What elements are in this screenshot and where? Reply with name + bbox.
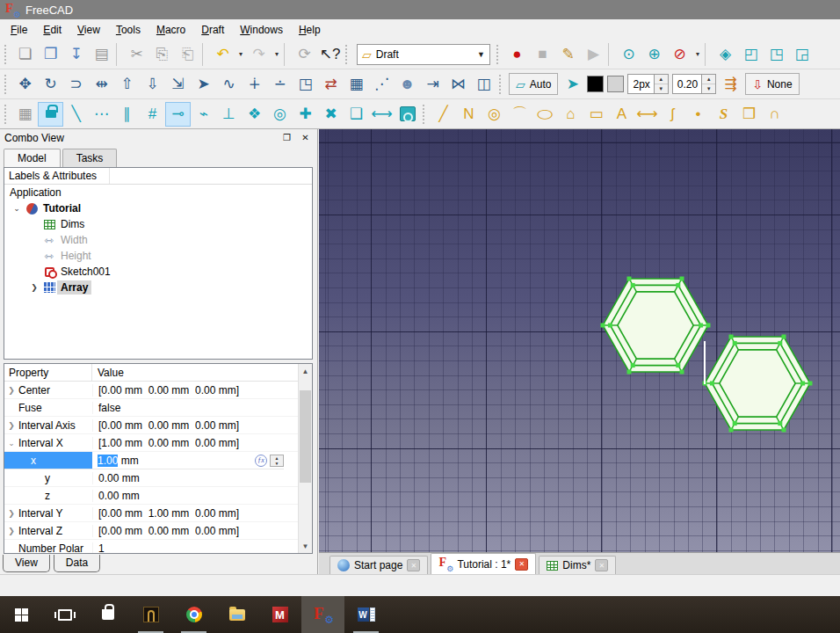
menu-help[interactable]: Help xyxy=(291,21,329,39)
undo-button[interactable]: ↶ xyxy=(210,42,235,67)
wire-to-bspline-button[interactable]: ∿ xyxy=(216,72,242,97)
expand-chevron-icon[interactable]: ❯ xyxy=(4,527,18,535)
line-color-swatch[interactable] xyxy=(587,76,604,92)
snap-working-plane-button[interactable]: ❑ xyxy=(344,102,369,127)
paste-button[interactable]: ⎗ xyxy=(175,42,200,67)
snap-intersection-button[interactable]: ✚ xyxy=(293,102,318,127)
spin-up-icon[interactable]: ▲ xyxy=(702,75,715,84)
value-spinner[interactable]: ▲▼ xyxy=(270,455,284,467)
whats-this-button[interactable]: ↖? xyxy=(317,42,343,67)
print-button[interactable]: ▤ xyxy=(89,42,114,67)
macro-record-button[interactable]: ● xyxy=(504,42,530,67)
snap-lock-button[interactable] xyxy=(38,102,63,127)
offset-button[interactable]: ⊃ xyxy=(63,72,89,97)
dimension-tool-button[interactable]: ⟷ xyxy=(634,102,660,127)
expand-chevron-icon[interactable]: ❯ xyxy=(27,283,41,292)
menu-edit[interactable]: Edit xyxy=(35,21,69,39)
clone-button[interactable]: ☻ xyxy=(395,72,420,97)
ellipse-tool-button[interactable]: ◯ xyxy=(532,102,558,127)
copy-button[interactable]: ⎘ xyxy=(149,42,175,67)
property-row-x-editing[interactable]: x 1.00 mm ƒx ▲▼ xyxy=(4,452,284,469)
spin-down-icon[interactable]: ▼ xyxy=(655,84,668,93)
cut-button[interactable]: ✂ xyxy=(124,42,149,67)
toggle-style-button[interactable]: ⇶ xyxy=(718,72,743,97)
snap-special-button[interactable]: ✖ xyxy=(318,102,344,127)
tree-item-width[interactable]: ⇿ Width xyxy=(4,232,312,248)
property-value[interactable]: [0.00 mm 0.00 mm 0.00 mm] xyxy=(92,419,298,432)
taskbar-store-button[interactable] xyxy=(86,596,129,633)
snap-near-button[interactable]: ⊸ xyxy=(165,102,191,127)
shape-2d-view-button[interactable]: ◳ xyxy=(293,72,318,97)
construction-mode-button[interactable] xyxy=(395,102,420,127)
snap-midpoint-button[interactable]: ⋯ xyxy=(89,102,114,127)
property-value[interactable]: [0.00 mm 0.00 mm 0.00 mm] xyxy=(92,525,298,537)
menu-draft[interactable]: Draft xyxy=(193,21,232,39)
workbench-selector[interactable]: ▱ Draft ▼ xyxy=(357,44,490,65)
property-value[interactable]: [0.00 mm 0.00 mm 0.00 mm] xyxy=(92,384,298,397)
expand-chevron-icon[interactable]: ❯ xyxy=(4,509,18,518)
tab-start-page[interactable]: Start page ✕ xyxy=(329,556,428,574)
property-row-interval-x[interactable]: ⌄ Interval X [1.00 mm 0.00 mm 0.00 mm] xyxy=(4,434,298,452)
polygon-tool-button[interactable]: ⌂ xyxy=(558,102,583,127)
rotate-button[interactable]: ↻ xyxy=(38,72,63,97)
value-editor[interactable]: 1.00 mm ƒx ▲▼ xyxy=(92,452,284,469)
rectangle-tool-button[interactable]: ▭ xyxy=(583,102,609,127)
close-tab-icon[interactable]: ✕ xyxy=(515,558,528,571)
toolbar-grip[interactable] xyxy=(4,45,10,64)
front-view-button[interactable]: ◰ xyxy=(738,42,764,67)
property-value[interactable]: 0.00 mm xyxy=(92,490,298,502)
stretch-button[interactable]: ◫ xyxy=(471,72,496,97)
tree-root-application[interactable]: Application xyxy=(4,185,312,200)
toolbar-grip[interactable] xyxy=(423,105,428,124)
property-value[interactable]: 1 xyxy=(92,542,298,555)
refresh-button[interactable]: ⟳ xyxy=(292,42,317,67)
spin-down-icon[interactable]: ▼ xyxy=(271,461,283,466)
taskbar-game-button[interactable] xyxy=(129,596,172,633)
snap-endpoint-button[interactable]: ╲ xyxy=(63,102,89,127)
tab-view[interactable]: View xyxy=(3,555,50,572)
toggle-grid-button[interactable]: ▦ xyxy=(12,102,38,127)
toolbar-grip[interactable] xyxy=(4,105,10,124)
snap-grid-button[interactable]: # xyxy=(140,102,165,127)
circle-tool-button[interactable]: ◎ xyxy=(482,102,507,127)
selected-value-text[interactable]: 1.00 xyxy=(98,455,118,467)
arc-tool-button[interactable]: ⌒ xyxy=(507,102,532,127)
snap-dimensions-button[interactable]: ⟷ xyxy=(369,102,395,127)
save-button[interactable]: ↧ xyxy=(63,42,89,67)
trimex-button[interactable]: ⇹ xyxy=(89,72,114,97)
fit-all-button[interactable]: ⊙ xyxy=(616,42,641,67)
menu-view[interactable]: View xyxy=(69,21,108,39)
working-plane-button[interactable]: ▱ Auto xyxy=(509,73,558,95)
toolbar-grip[interactable] xyxy=(4,75,10,94)
fit-selection-button[interactable]: ⊕ xyxy=(641,42,667,67)
expand-chevron-icon[interactable]: ❯ xyxy=(4,421,18,430)
taskbar-freecad-button[interactable]: F⚙ xyxy=(301,596,344,633)
apply-style-button[interactable]: ➤ xyxy=(560,72,585,97)
right-view-button[interactable]: ◲ xyxy=(789,42,815,67)
scale-spinner[interactable]: 0.20 ▲▼ xyxy=(672,74,716,94)
macro-stop-button[interactable]: ■ xyxy=(530,42,555,67)
toolbar-grip[interactable] xyxy=(345,45,351,64)
menu-macro[interactable]: Macro xyxy=(148,21,193,39)
menu-tools[interactable]: Tools xyxy=(108,21,148,39)
shapestring-tool-button[interactable]: S xyxy=(711,102,736,127)
property-row-interval-axis[interactable]: ❯ Interval Axis [0.00 mm 0.00 mm 0.00 mm… xyxy=(4,417,298,434)
tab-data[interactable]: Data xyxy=(54,555,100,572)
close-panel-button[interactable]: ✕ xyxy=(298,131,313,144)
toolbar-grip[interactable] xyxy=(496,45,502,64)
scroll-down-icon[interactable]: ▼ xyxy=(299,539,312,553)
close-tab-icon[interactable]: ✕ xyxy=(595,559,608,571)
tab-tutorial[interactable]: Tutorial : 1* ✕ xyxy=(431,553,536,574)
task-view-button[interactable] xyxy=(43,596,86,633)
new-file-button[interactable]: ❏ xyxy=(12,42,38,67)
property-value[interactable]: false xyxy=(92,402,298,414)
open-file-button[interactable]: ❐ xyxy=(38,42,63,67)
float-panel-button[interactable]: ❐ xyxy=(279,131,294,144)
isometric-view-button[interactable]: ◈ xyxy=(713,42,738,67)
scale-button[interactable]: ⇲ xyxy=(165,72,191,97)
redo-button[interactable]: ↷ xyxy=(246,42,272,67)
property-value[interactable]: [1.00 mm 0.00 mm 0.00 mm] xyxy=(92,437,298,449)
snap-angle-button[interactable]: ❖ xyxy=(242,102,267,127)
tab-dims[interactable]: Dims* ✕ xyxy=(539,556,616,574)
expand-chevron-icon[interactable]: ⌄ xyxy=(10,204,24,213)
